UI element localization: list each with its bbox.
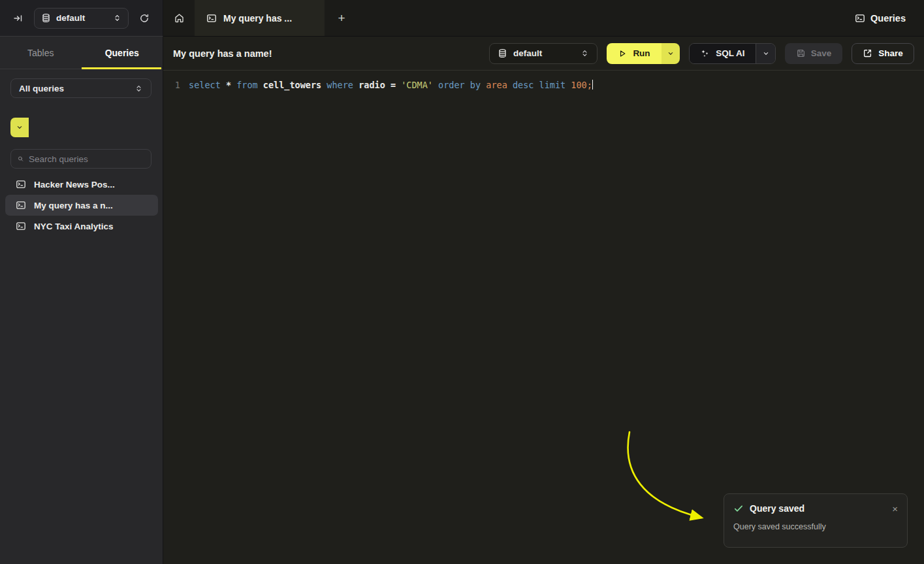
sparkle-ai-icon [700, 48, 710, 58]
code-token: where [327, 80, 358, 90]
database-icon [41, 13, 51, 23]
sidebar-tab-tables[interactable]: Tables [0, 37, 82, 69]
sql-ai-dropdown-button[interactable] [756, 44, 775, 63]
query-list-item[interactable]: My query has a n... [5, 195, 158, 216]
query-filter-value: All queries [19, 84, 135, 93]
query-list-item[interactable]: NYC Taxi Analytics [5, 216, 158, 237]
query-filter-select[interactable]: All queries [10, 78, 151, 98]
sidebar-tabs: Tables Queries [0, 37, 163, 69]
query-item-label: Hacker News Pos... [34, 180, 115, 190]
sidebar: Tables Queries All queries + New query H… [0, 37, 163, 564]
toast-message: Query saved successfully [733, 522, 898, 531]
toast-header: Query saved × [733, 503, 898, 514]
code-token: desc limit [513, 80, 571, 90]
sidebar-tab-queries-label: Queries [105, 48, 139, 58]
active-tab-indicator [82, 67, 162, 69]
tab-bar: My query has ... + Queries [163, 0, 924, 37]
plus-icon: + [338, 11, 345, 25]
sql-ai-split-button: SQL AI [689, 43, 776, 64]
close-icon: × [892, 503, 898, 514]
main-panel: My query has a name! default Run [163, 37, 924, 564]
share-icon [863, 48, 872, 58]
terminal-icon [16, 179, 26, 190]
queries-badge-label: Queries [870, 13, 906, 24]
check-icon [733, 503, 744, 514]
code-token: radio [358, 80, 390, 90]
run-button[interactable]: Run [607, 43, 661, 64]
run-dropdown-button[interactable] [661, 43, 680, 64]
chevron-updown-icon [581, 49, 589, 58]
code-token: order by [438, 80, 486, 90]
collapse-sidebar-button[interactable] [9, 9, 27, 27]
database-selector-value: default [56, 13, 108, 23]
run-label: Run [633, 48, 650, 58]
sql-ai-button[interactable]: SQL AI [690, 44, 756, 63]
collapse-sidebar-icon [13, 13, 24, 24]
code-token: = [390, 80, 401, 90]
sql-console-app: default My query has ... + Queries [0, 0, 924, 564]
chevron-updown-icon [135, 84, 143, 93]
code-line: 1 select * from cell_towers where radio … [163, 78, 924, 91]
search-icon [18, 154, 24, 163]
floppy-save-icon [796, 48, 806, 58]
code-token: 'CDMA' [401, 80, 438, 90]
terminal-icon [855, 13, 865, 24]
sidebar-tab-queries[interactable]: Queries [82, 37, 163, 69]
toast-title: Query saved [750, 503, 805, 514]
query-header: My query has a name! default Run [163, 37, 924, 71]
query-item-label: NYC Taxi Analytics [34, 222, 114, 231]
toast-query-saved: Query saved × Query saved successfully [724, 493, 908, 548]
refresh-button[interactable] [135, 9, 153, 27]
new-query-dropdown-button[interactable] [10, 118, 29, 137]
search-queries-input[interactable] [29, 154, 144, 164]
home-button[interactable] [163, 0, 195, 36]
header-actions: default Run SQL AI [489, 43, 914, 64]
query-search-box [10, 149, 151, 169]
chevron-down-icon [16, 124, 24, 131]
terminal-icon [206, 13, 217, 24]
new-query-split-button: + New query [10, 118, 151, 137]
toast-close-button[interactable]: × [892, 504, 898, 514]
home-icon [174, 12, 185, 24]
chevron-updown-icon [113, 14, 121, 22]
code-token: area [486, 80, 513, 90]
query-list: Hacker News Pos...My query has a n...NYC… [5, 174, 158, 237]
save-label: Save [811, 48, 832, 58]
share-label: Share [878, 48, 903, 58]
refresh-icon [139, 13, 150, 24]
chevron-down-icon [667, 50, 675, 58]
toolbar-database-value: default [513, 48, 575, 58]
share-button[interactable]: Share [852, 43, 914, 64]
top-bar: default My query has ... + Queries [0, 0, 924, 37]
code-token: * [226, 80, 236, 90]
sidebar-tab-tables-label: Tables [27, 48, 54, 58]
code-token: 100; [571, 80, 592, 90]
new-tab-button[interactable]: + [325, 0, 358, 36]
query-item-label: My query has a n... [34, 201, 113, 210]
code-token: cell_towers [263, 80, 327, 90]
queries-badge: Queries [836, 0, 924, 36]
top-bar-spacer [358, 0, 836, 36]
database-icon [498, 48, 507, 58]
sql-editor[interactable]: 1 select * from cell_towers where radio … [163, 71, 924, 91]
query-list-item[interactable]: Hacker News Pos... [5, 174, 158, 195]
database-selector[interactable]: default [34, 8, 129, 29]
tab-label: My query has ... [223, 13, 292, 24]
save-button[interactable]: Save [785, 43, 842, 64]
sql-ai-label: SQL AI [716, 48, 744, 58]
run-split-button: Run [607, 43, 680, 64]
code-tokens: select * from cell_towers where radio = … [189, 80, 592, 90]
line-number: 1 [163, 80, 180, 90]
text-cursor [592, 80, 594, 90]
code-token: from [236, 80, 263, 90]
terminal-icon [16, 200, 26, 210]
top-bar-left: default [0, 0, 163, 37]
code-token: select [189, 80, 226, 90]
tab-my-query[interactable]: My query has ... [195, 0, 325, 36]
toolbar-database-selector[interactable]: default [489, 43, 597, 64]
terminal-icon [16, 221, 26, 231]
query-title[interactable]: My query has a name! [173, 48, 272, 59]
chevron-down-icon [762, 50, 770, 58]
play-icon [618, 49, 627, 58]
